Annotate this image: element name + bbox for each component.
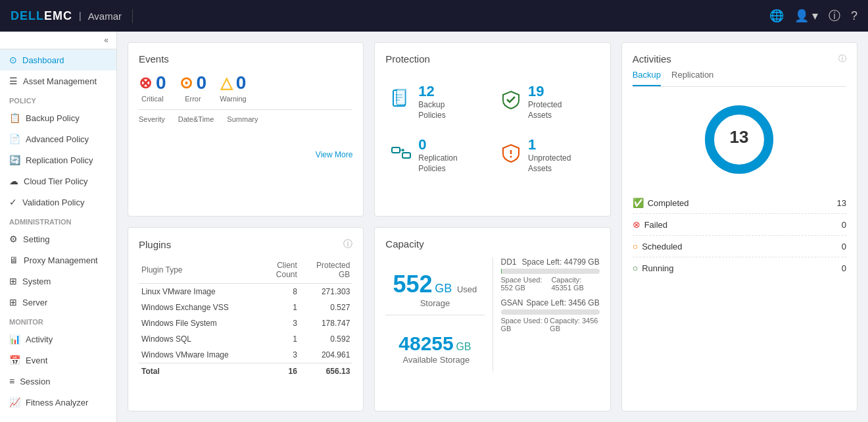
sidebar-item-proxy-management[interactable]: 🖥 Proxy Management: [0, 250, 116, 271]
sidebar-item-asset-management[interactable]: ☰ Asset Management: [0, 70, 116, 92]
sidebar-item-label: Activity: [26, 334, 53, 344]
protected-gb: 204.961: [300, 347, 352, 363]
running-text: Running: [642, 263, 673, 273]
sidebar-item-label: Dashboard: [22, 55, 64, 65]
tab-replication[interactable]: Replication: [671, 67, 713, 86]
sidebar-item-backup-policy[interactable]: 📋 Backup Policy: [0, 107, 116, 128]
capacity-left: 552 GB Used Storage 48255 GB Available S…: [385, 257, 493, 371]
scheduled-icon: ○: [633, 241, 638, 251]
info-icon[interactable]: ⓘ: [829, 8, 840, 24]
events-card: Events ⊗ 0 Critical ⊙ 0 Error: [128, 42, 364, 217]
warning-icon: △: [220, 74, 232, 92]
logo-dell: DELL: [11, 9, 44, 22]
svg-rect-5: [392, 147, 400, 153]
sidebar-item-session[interactable]: ≡ Session: [0, 371, 116, 392]
view-more-link[interactable]: View More: [316, 150, 352, 159]
sidebar-item-label: System: [22, 277, 51, 286]
critical-count: 0: [156, 72, 166, 93]
failed-text: Failed: [644, 220, 667, 230]
sidebar-item-label: Backup Policy: [26, 113, 80, 123]
activities-tabs: Backup Replication: [633, 67, 846, 87]
event-critical: ⊗ 0 Critical: [139, 72, 166, 103]
legend-scheduled: ○ Scheduled 0: [633, 236, 846, 257]
protected-gb: 178.747: [300, 315, 352, 331]
client-count: 3: [264, 347, 300, 363]
sidebar-item-label: Fitness Analyzer: [26, 398, 88, 408]
available-storage-section: 48255 GB Available Storage: [385, 326, 484, 371]
donut-container: 13: [633, 100, 846, 179]
sidebar-item-label: Advanced Policy: [26, 134, 89, 144]
sidebar-item-label: Proxy Management: [24, 255, 98, 265]
prot-backup-policies: 12 BackupPolicies: [391, 83, 485, 120]
sidebar-item-cloud-tier-policy[interactable]: ☁ Cloud Tier Policy: [0, 171, 116, 192]
layout: « ⊙ Dashboard ☰ Asset Management Policy …: [0, 32, 868, 422]
sidebar-item-event[interactable]: 📅 Event: [0, 350, 116, 371]
space-used: Space Used: 552 GB: [501, 276, 552, 292]
sidebar-item-fitness-analyzer[interactable]: 📈 Fitness Analyzer: [0, 392, 116, 413]
prot-replication-policies: 0 ReplicationPolicies: [391, 136, 485, 174]
activities-card: Activities ⓘ Backup Replication 13: [621, 42, 857, 411]
client-count: 3: [264, 315, 300, 331]
storage-row: GSAN Space Left: 3456 GB Space Used: 0 G…: [501, 298, 600, 332]
legend-completed: ✅ Completed 13: [633, 192, 846, 214]
protected-assets-icon: [500, 89, 521, 115]
cloud-tier-icon: ☁: [9, 176, 18, 186]
storage-bar-fill: [501, 269, 502, 274]
used-unit: GB: [435, 282, 452, 295]
prot-unprotected-assets: 1 UnprotectedAssets: [500, 136, 594, 174]
activities-legend: ✅ Completed 13 ⊗ Failed 0 ○ Scheduled: [633, 192, 846, 278]
logo-text: DELLEMC: [11, 9, 72, 23]
sidebar-item-validation-policy[interactable]: ✓ Validation Policy: [0, 192, 116, 213]
plugins-header-row: Plugin Type ClientCount ProtectedGB: [139, 257, 352, 284]
capacity-card: Capacity 552 GB Used Storage 48255 GB Av…: [374, 227, 610, 411]
table-row: Windows VMware Image 3 204.961: [139, 347, 352, 363]
backup-policy-icon: 📋: [9, 113, 20, 123]
plugins-info-icon[interactable]: ⓘ: [343, 238, 352, 250]
topnav-right: 🌐 👤 ▾ ⓘ ?: [769, 8, 857, 24]
session-icon: ≡: [9, 376, 14, 386]
backup-policies-label: BackupPolicies: [418, 100, 445, 120]
used-num: 552: [393, 271, 433, 298]
capacity-right: DD1 Space Left: 44799 GB Space Used: 552…: [493, 257, 600, 371]
plugins-table: Plugin Type ClientCount ProtectedGB Linu…: [139, 257, 352, 379]
storage-name-row: GSAN Space Left: 3456 GB: [501, 298, 600, 307]
svg-rect-6: [402, 153, 410, 158]
client-count: 16: [264, 363, 300, 380]
replication-policies-icon: [391, 142, 412, 168]
sidebar-item-setting[interactable]: ⚙ Setting: [0, 228, 116, 250]
replication-policies-label: ReplicationPolicies: [418, 153, 457, 174]
legend-failed: ⊗ Failed 0: [633, 214, 846, 236]
plugin-type: Windows SQL: [139, 331, 264, 347]
warning-count: 0: [236, 72, 247, 93]
client-count: 1: [264, 331, 300, 347]
warning-label: Warning: [220, 95, 247, 103]
plugins-card: Plugins ⓘ Plugin Type ClientCount Protec…: [128, 227, 364, 411]
events-column-headers: Severity Date&Time Summary: [139, 109, 352, 123]
tab-backup[interactable]: Backup: [633, 67, 661, 86]
storage-bar: [501, 269, 600, 274]
capacity-title: Capacity: [385, 238, 599, 250]
help-icon[interactable]: ?: [851, 9, 857, 23]
globe-icon[interactable]: 🌐: [769, 9, 784, 23]
sidebar-collapse-button[interactable]: «: [0, 32, 116, 49]
failed-val: 0: [842, 220, 846, 230]
sidebar-item-replication-policy[interactable]: 🔄 Replication Policy: [0, 149, 116, 171]
failed-label: ⊗ Failed: [633, 219, 667, 230]
unprotected-assets-icon: [500, 142, 521, 168]
client-count: 8: [264, 284, 300, 300]
critical-label: Critical: [141, 95, 164, 103]
protected-assets-info: 19 ProtectedAssets: [528, 83, 562, 120]
sidebar-item-server[interactable]: ⊞ Server: [0, 292, 116, 313]
setting-icon: ⚙: [9, 234, 18, 244]
table-row: Linux VMware Image 8 271.303: [139, 284, 352, 300]
sidebar-item-advanced-policy[interactable]: 📄 Advanced Policy: [0, 128, 116, 149]
sidebar-item-label: Setting: [23, 234, 49, 244]
user-icon[interactable]: 👤 ▾: [794, 9, 818, 23]
dashboard-icon: ⊙: [9, 55, 17, 65]
activities-info-icon[interactable]: ⓘ: [838, 53, 846, 65]
sidebar-item-activity[interactable]: 📊 Activity: [0, 329, 116, 350]
sidebar-item-label: Asset Management: [23, 76, 97, 86]
available-label: Available Storage: [403, 355, 470, 365]
sidebar-item-system[interactable]: ⊞ System: [0, 271, 116, 292]
sidebar-item-dashboard[interactable]: ⊙ Dashboard: [0, 49, 116, 70]
